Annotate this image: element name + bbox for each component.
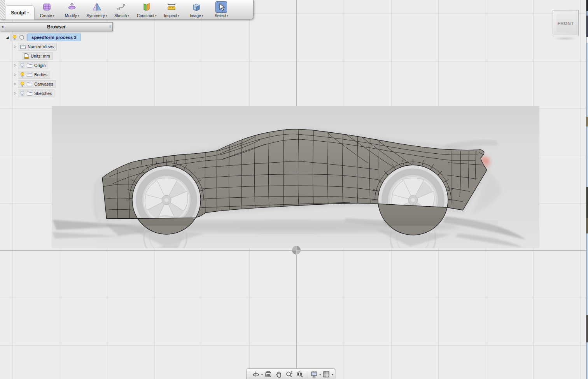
chevron-down-icon: ▾ — [78, 14, 79, 17]
zoom-button[interactable] — [284, 370, 294, 379]
orbit-icon — [252, 370, 260, 378]
construct-label: Construct — [137, 13, 154, 18]
folder-icon — [26, 91, 33, 96]
navigation-bar: ▾ — [246, 368, 335, 379]
folder-icon — [20, 44, 26, 49]
grid-icon — [322, 370, 330, 378]
document-ruler-icon — [24, 53, 29, 59]
folder-icon — [26, 81, 33, 87]
spline-sketch-icon — [116, 1, 128, 13]
browser-item-label: Named Views — [28, 44, 54, 49]
chevron-down-icon: ▾ — [27, 11, 29, 14]
display-settings-dropdown-arrow[interactable]: ▾ — [320, 373, 321, 376]
attached-canvas-icon — [191, 1, 202, 13]
panel-collapse-icon: ◀ — [1, 25, 3, 28]
viewcube[interactable]: FRONT — [553, 10, 579, 36]
disclosure-collapsed-icon[interactable]: ▷ — [12, 45, 18, 48]
edit-form-icon — [66, 1, 78, 13]
look-at-icon — [264, 370, 272, 378]
chevron-down-icon: ▾ — [227, 14, 228, 17]
pan-hand-icon — [275, 370, 283, 378]
disclosure-collapsed-icon[interactable]: ▷ — [12, 64, 18, 67]
navbar-separator — [307, 371, 307, 378]
modify-menu-button[interactable]: Modify▾ — [60, 0, 84, 19]
browser-item-canvases[interactable]: ▷ Canvases — [0, 79, 117, 89]
mirror-symmetry-icon — [91, 1, 103, 13]
lightbulb-on-icon[interactable] — [20, 81, 25, 87]
symmetry-menu-button[interactable]: Symmetry▾ — [84, 0, 109, 19]
lightbulb-on-icon[interactable] — [20, 72, 25, 78]
browser-item-label: Origin — [34, 63, 46, 68]
chevron-down-icon: ▾ — [178, 14, 179, 17]
sketch-menu-button[interactable]: Sketch▾ — [109, 0, 134, 19]
construction-planes-icon — [141, 1, 152, 13]
workspace-tab-sculpt[interactable]: Sculpt ▾ — [5, 5, 35, 19]
inspect-menu-button[interactable]: Inspect▾ — [159, 0, 184, 19]
browser-tree: ◢ speedform process 3 ▷ Named Views — [0, 33, 117, 98]
viewcube-front-face[interactable]: FRONT — [556, 14, 575, 32]
disclosure-expanded-icon[interactable]: ◢ — [5, 36, 10, 39]
browser-item-origin[interactable]: ▷ Origin — [0, 61, 117, 70]
measure-ruler-icon — [166, 1, 177, 13]
create-label: Create — [40, 13, 52, 18]
adjacent-window-edge — [586, 0, 588, 379]
navbar-drag-handle[interactable] — [247, 371, 250, 377]
chevron-down-icon: ▾ — [128, 14, 129, 17]
folder-icon — [26, 63, 33, 68]
display-settings-button[interactable] — [309, 370, 319, 379]
chevron-down-icon: ▾ — [202, 14, 203, 17]
inspect-label: Inspect — [164, 13, 177, 18]
browser-panel-title: Browser — [5, 24, 108, 30]
orbit-dropdown-arrow[interactable]: ▾ — [261, 373, 263, 376]
construct-menu-button[interactable]: Construct▾ — [134, 0, 159, 19]
browser-item-label: Units: mm — [31, 54, 50, 58]
ghost-shadows-reflections — [52, 216, 526, 261]
browser-item-label: Canvases — [34, 82, 53, 86]
look-at-button[interactable] — [263, 370, 273, 379]
select-cursor-icon — [215, 1, 227, 13]
component-cube-icon — [19, 34, 25, 40]
browser-item-label: Bodies — [34, 72, 47, 77]
lightbulb-on-icon[interactable] — [12, 35, 17, 40]
symmetry-label: Symmetry — [87, 13, 105, 18]
chevron-down-icon: ▾ — [53, 14, 54, 17]
sketch-label: Sketch — [114, 13, 127, 18]
toolbar-drag-handle[interactable] — [0, 0, 5, 19]
orbit-button[interactable] — [251, 370, 261, 379]
disclosure-collapsed-icon[interactable]: ▷ — [12, 82, 18, 86]
select-menu-button[interactable]: Select▾ — [209, 0, 234, 19]
zoom-magnifier-icon — [285, 370, 293, 378]
browser-item-label: Sketches — [34, 91, 52, 96]
modify-label: Modify — [65, 13, 77, 18]
image-label: Image — [190, 13, 201, 18]
grid-dropdown-arrow[interactable]: ▾ — [332, 373, 333, 376]
browser-collapse-button[interactable]: ◀ — [0, 23, 5, 31]
grid-and-snaps-button[interactable] — [321, 370, 331, 379]
create-menu-button[interactable]: Create▾ — [35, 0, 60, 19]
disclosure-collapsed-icon[interactable]: ▷ — [12, 73, 18, 76]
browser-item-sketches[interactable]: ▷ Sketches — [0, 89, 117, 98]
select-label: Select — [215, 13, 226, 18]
origin-marker[interactable] — [292, 246, 301, 254]
lightbulb-off-icon[interactable] — [20, 91, 25, 97]
fit-view-icon — [296, 370, 304, 378]
browser-item-units[interactable]: Units: mm — [0, 51, 117, 61]
browser-item-bodies[interactable]: ▷ Bodies — [0, 70, 117, 79]
chevron-down-icon: ▾ — [106, 14, 107, 17]
browser-item-named-views[interactable]: ▷ Named Views — [0, 42, 117, 51]
main-toolbar: Sculpt ▾ Create▾ — [0, 0, 254, 19]
browser-item-label-selected[interactable]: speedform process 3 — [27, 33, 81, 41]
image-menu-button[interactable]: Image▾ — [184, 0, 209, 19]
chevron-down-icon: ▾ — [155, 14, 157, 17]
browser-panel-header[interactable]: ◀ Browser ‖ — [0, 22, 113, 31]
fit-button[interactable] — [295, 370, 305, 379]
display-settings-icon — [310, 370, 318, 378]
workspace-tab-label: Sculpt — [11, 10, 26, 16]
browser-item-root[interactable]: ◢ speedform process 3 — [0, 33, 117, 42]
lightbulb-off-icon[interactable] — [20, 63, 25, 68]
create-tspline-box-icon — [41, 1, 53, 13]
pan-button[interactable] — [274, 370, 284, 379]
browser-resize-grip[interactable]: ‖ — [108, 25, 112, 29]
folder-icon — [26, 72, 33, 77]
disclosure-collapsed-icon[interactable]: ▷ — [12, 92, 18, 95]
